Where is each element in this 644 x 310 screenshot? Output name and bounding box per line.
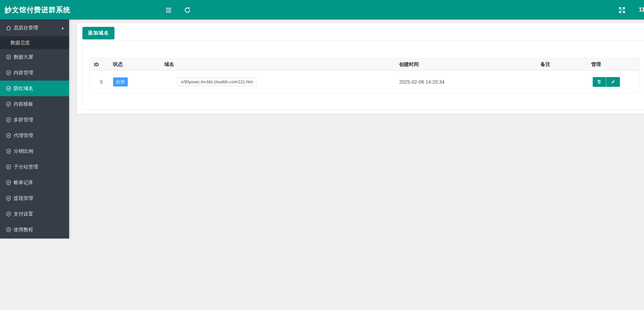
shield-check-icon xyxy=(6,180,12,186)
cell-created-at: 2025-02-06 14:20:34 xyxy=(395,71,536,93)
sidebar-sub-label: 数据总览 xyxy=(10,40,30,46)
sidebar-nav: 总后台管理 ▲ 数据总览 数据大屏 内容管理 防红域名 内容模板 多群管理 代理… xyxy=(0,20,69,239)
domain-table: ID 状态 域名 创建时间 备注 管理 5 启用 sr90yxuec.hn-bk… xyxy=(89,58,640,93)
add-domain-button[interactable]: 添加域名 xyxy=(82,27,114,39)
sidebar-item-label: 使用教程 xyxy=(14,227,33,233)
sidebar-item-distribution-ratio[interactable]: 分销比例 xyxy=(0,143,69,159)
cell-actions xyxy=(587,71,640,93)
table-row: 5 启用 sr90yxuec.hn-bkt.clouddn.com/111.ht… xyxy=(90,71,640,93)
sidebar-item-data-overview[interactable]: 数据总览 xyxy=(0,36,69,49)
sidebar-item-withdrawal-mgmt[interactable]: 提现管理 xyxy=(0,190,69,206)
fullscreen-icon[interactable] xyxy=(618,6,626,14)
shield-check-icon xyxy=(6,133,12,138)
sidebar-item-label: 子分站管理 xyxy=(14,164,38,170)
shield-check-icon xyxy=(6,117,12,123)
sidebar-item-multi-group[interactable]: 多群管理 xyxy=(0,112,69,128)
col-header-remark: 备注 xyxy=(536,58,587,71)
sidebar-item-agent-mgmt[interactable]: 代理管理 xyxy=(0,128,69,143)
col-header-id: ID xyxy=(90,58,109,71)
sidebar-item-billing-records[interactable]: 帐单记录 xyxy=(0,175,69,190)
col-header-status: 状态 xyxy=(109,58,160,71)
sidebar-item-label: 代理管理 xyxy=(14,133,33,139)
status-badge: 启用 xyxy=(113,77,128,86)
sidebar-item-label: 帐单记录 xyxy=(14,180,33,186)
top-navbar: 妙文馆付费进群系统 11 xyxy=(0,0,644,20)
col-header-created: 创建时间 xyxy=(395,58,536,71)
pencil-icon xyxy=(610,79,616,84)
trash-icon xyxy=(597,79,602,84)
cell-domain: sr90yxuec.hn-bkt.clouddn.com/111.htm xyxy=(160,71,395,93)
sidebar-item-label: 分销比例 xyxy=(14,148,33,154)
cell-remark xyxy=(536,71,587,93)
sidebar-item-antired-domain[interactable]: 防红域名 xyxy=(0,81,69,96)
cell-id: 5 xyxy=(90,71,109,93)
col-header-domain: 域名 xyxy=(160,58,395,71)
sidebar-item-label: 内容模板 xyxy=(14,101,33,107)
sidebar-item-content-mgmt[interactable]: 内容管理 xyxy=(0,65,69,81)
shield-check-icon xyxy=(6,164,12,170)
shield-check-icon xyxy=(6,70,12,76)
shield-check-icon xyxy=(6,148,12,154)
topbar-right-text[interactable]: 11 xyxy=(639,0,644,20)
table-header-row: ID 状态 域名 创建时间 备注 管理 xyxy=(90,58,640,71)
shield-check-icon xyxy=(6,101,12,107)
sidebar-item-label: 支付设置 xyxy=(14,211,33,217)
collapse-sidebar-icon[interactable] xyxy=(165,6,172,14)
sidebar-item-label: 内容管理 xyxy=(14,70,33,76)
shield-check-icon xyxy=(6,227,12,233)
domain-value-box[interactable]: sr90yxuec.hn-bkt.clouddn.com/111.htm xyxy=(177,78,257,86)
delete-domain-button[interactable] xyxy=(593,77,606,87)
sidebar-item-admin-root[interactable]: 总后台管理 ▲ xyxy=(0,20,69,36)
row-action-group xyxy=(593,77,620,87)
shield-check-icon xyxy=(6,54,12,60)
refresh-icon[interactable] xyxy=(184,6,191,14)
shield-check-icon xyxy=(6,85,12,91)
cell-status: 启用 xyxy=(109,71,160,93)
edit-domain-button[interactable] xyxy=(606,77,620,87)
app-title: 妙文馆付费进群系统 xyxy=(5,0,71,20)
sidebar-item-list: 数据大屏 内容管理 防红域名 内容模板 多群管理 代理管理 分销比例 子分站管 xyxy=(0,49,69,237)
sidebar-item-label: 数据大屏 xyxy=(14,54,33,60)
sidebar-item-payment-settings[interactable]: 支付设置 xyxy=(0,206,69,222)
sidebar-item-data-screen[interactable]: 数据大屏 xyxy=(0,49,69,65)
sidebar-item-label: 防红域名 xyxy=(14,85,33,92)
sidebar-item-substation-mgmt[interactable]: 子分站管理 xyxy=(0,159,69,175)
domain-table-panel: ID 状态 域名 创建时间 备注 管理 5 启用 sr90yxuec.hn-bk… xyxy=(82,40,644,110)
chevron-up-icon: ▲ xyxy=(61,26,64,30)
sidebar-item-label: 多群管理 xyxy=(14,117,33,123)
sidebar-item-user-guide[interactable]: 使用教程 xyxy=(0,222,69,237)
sidebar-item-label: 提现管理 xyxy=(14,195,33,202)
shield-check-icon xyxy=(6,211,12,217)
col-header-manage: 管理 xyxy=(587,58,640,71)
shield-check-icon xyxy=(6,195,12,201)
sidebar-item-content-template[interactable]: 内容模板 xyxy=(0,96,69,112)
home-icon xyxy=(6,25,12,31)
content-card: 添加域名 ID 状态 域名 创建时间 备注 管理 5 xyxy=(77,23,644,114)
sidebar-parent-label: 总后台管理 xyxy=(14,25,61,31)
